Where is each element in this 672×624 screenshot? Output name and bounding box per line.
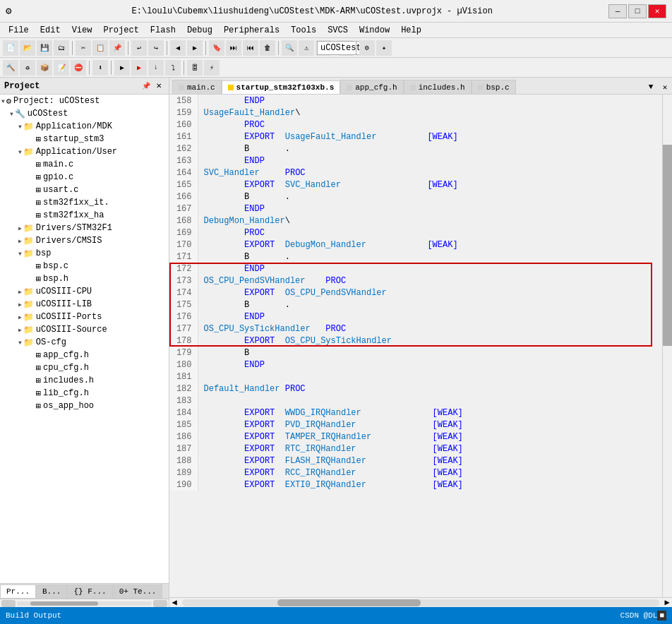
tab-close-all-btn[interactable]: ✕ xyxy=(658,80,672,94)
menu-help[interactable]: Help xyxy=(395,24,427,37)
panel-tab-functions[interactable]: {} F... xyxy=(67,584,112,599)
tree-app-cfg-h[interactable]: ▶ ⊞ app_cfg.h xyxy=(0,349,169,361)
clear-bookmark-btn[interactable]: 🗑 xyxy=(260,40,275,56)
find-btn[interactable]: 🔍 xyxy=(282,40,297,56)
tab-app-cfg[interactable]: app_cfg.h xyxy=(340,80,403,94)
tree-stm32-it[interactable]: ▶ ⊞ stm32f1xx_it. xyxy=(0,196,169,209)
download-btn[interactable]: ⬇ xyxy=(92,60,108,76)
menu-peripherals[interactable]: Peripherals xyxy=(218,24,285,37)
next-bookmark-btn[interactable]: ⏭ xyxy=(226,40,241,56)
nav-fwd-btn[interactable]: ▶ xyxy=(187,40,203,56)
tree-cpu-cfg-h[interactable]: ▶ ⊞ cpu_cfg.h xyxy=(0,361,169,374)
tree-main-c[interactable]: ▶ ⊞ main.c xyxy=(0,158,169,171)
build-btn[interactable]: 🔨 xyxy=(3,60,18,76)
tree-lib-cfg-h[interactable]: ▶ ⊞ lib_cfg.h xyxy=(0,387,169,400)
nav-back-btn[interactable]: ◀ xyxy=(170,40,186,56)
tab-bar-controls[interactable]: ▼ ✕ xyxy=(644,80,672,94)
code-vscroll[interactable] xyxy=(662,95,672,597)
tree-bsp-h[interactable]: ▶ ⊞ bsp.h xyxy=(0,272,169,285)
menu-view[interactable]: View xyxy=(66,24,98,37)
tree-bsp[interactable]: ▼ 📁 bsp xyxy=(0,247,169,260)
menu-tools[interactable]: Tools xyxy=(285,24,322,37)
panel-tab-books[interactable]: B... xyxy=(36,584,67,599)
code-scroll-area[interactable]: 158 ENDP159UsageFault_Handler\160 PROC16… xyxy=(169,95,662,597)
close-button[interactable]: ✕ xyxy=(648,4,666,18)
cut-btn[interactable]: ✂ xyxy=(76,40,91,56)
panel-tab-templates[interactable]: 0+ Te... xyxy=(113,584,163,599)
tab-bsp-c[interactable]: bsp.c xyxy=(472,80,516,94)
menu-edit[interactable]: Edit xyxy=(35,24,66,37)
more-btn[interactable]: ✦ xyxy=(376,40,392,56)
tree-ucosiii-lib[interactable]: ▶ 📁 uCOSIII-LIB xyxy=(0,298,169,311)
settings-btn[interactable]: ⚙ xyxy=(359,40,375,56)
paste-btn[interactable]: 📌 xyxy=(109,40,125,56)
translate-btn[interactable]: 📝 xyxy=(54,60,69,76)
tab-startup[interactable]: startup_stm32f103xb.s xyxy=(222,80,341,95)
tree-os-app-hoo[interactable]: ▶ ⊞ os_app_hoo xyxy=(0,400,169,412)
hscroll-left-btn[interactable]: ◀ xyxy=(169,597,179,607)
menu-debug[interactable]: Debug xyxy=(181,24,218,37)
panel-pin-btn[interactable]: 📌 xyxy=(140,80,152,92)
menu-file[interactable]: File xyxy=(3,24,35,37)
prev-bookmark-btn[interactable]: ⏮ xyxy=(243,40,258,56)
menu-flash[interactable]: Flash xyxy=(145,24,181,37)
minimize-button[interactable]: — xyxy=(608,4,627,18)
target-selector[interactable]: uCOStest ▼ xyxy=(337,40,353,56)
redo-btn[interactable]: ↪ xyxy=(148,40,164,56)
panel-header-buttons[interactable]: 📌 ✕ xyxy=(140,80,164,92)
maximize-button[interactable]: □ xyxy=(628,4,647,18)
run-btn[interactable]: ▶ xyxy=(131,60,147,76)
tree-ucosiii-cpu[interactable]: ▶ 📁 uCOSIII-CPU xyxy=(0,285,169,298)
table-row: 159UsageFault_Handler\ xyxy=(169,107,662,119)
tree-drivers-cmsis[interactable]: ▶ 📁 Drivers/CMSIS xyxy=(0,234,169,247)
stop-btn[interactable]: ⛔ xyxy=(71,60,86,76)
save-btn[interactable]: 💾 xyxy=(37,40,52,56)
tree-app-user[interactable]: ▼ 📁 Application/User xyxy=(0,145,169,158)
bookmark-btn[interactable]: 🔖 xyxy=(209,40,224,56)
menu-window[interactable]: Window xyxy=(354,24,395,37)
window-controls[interactable]: — □ ✕ xyxy=(608,4,666,18)
logic-btn[interactable]: ⚡ xyxy=(204,60,220,76)
tree-bsp-c[interactable]: ▶ ⊞ bsp.c xyxy=(0,260,169,272)
tab-overflow-btn[interactable]: ▼ xyxy=(644,80,658,94)
tab-includes[interactable]: includes.h xyxy=(404,80,472,94)
tree-app-mdk[interactable]: ▼ 📁 Application/MDK xyxy=(0,120,169,133)
panel-tab-project[interactable]: Pr... xyxy=(0,584,36,599)
debug-start-btn[interactable]: ▶ xyxy=(114,60,130,76)
step-btn[interactable]: ↓ xyxy=(148,60,164,76)
undo-btn[interactable]: ↩ xyxy=(131,40,147,56)
panel-scroll-right[interactable] xyxy=(153,600,167,607)
hscroll-thumb[interactable] xyxy=(277,599,421,606)
code-vscroll-thumb[interactable] xyxy=(663,145,672,346)
tree-includes-h[interactable]: ▶ ⊞ includes.h xyxy=(0,374,169,387)
tree-ucosiii-ports[interactable]: ▶ 📁 uCOSIII-Ports xyxy=(0,311,169,323)
panel-scroll-left[interactable] xyxy=(1,600,16,607)
tab-main-c[interactable]: main.c xyxy=(172,80,222,94)
copy-btn[interactable]: 📋 xyxy=(92,40,108,56)
tree-stm32-ha[interactable]: ▶ ⊞ stm32f1xx_ha xyxy=(0,209,169,222)
next-error-btn[interactable]: ⚠ xyxy=(299,40,314,56)
panel-close-btn[interactable]: ✕ xyxy=(153,80,164,92)
tree-ucostest[interactable]: ▼ 🔧 uCOStest xyxy=(0,107,169,120)
rebuild-btn[interactable]: ♻ xyxy=(20,60,35,76)
menu-project[interactable]: Project xyxy=(97,24,144,37)
peripheral-btn[interactable]: 🎛 xyxy=(187,60,203,76)
tree-startup[interactable]: ▶ ⊞ startup_stm3 xyxy=(0,133,169,145)
panel-hscroll[interactable] xyxy=(0,599,169,607)
panel-scroll-thumb[interactable] xyxy=(30,601,98,606)
open-btn[interactable]: 📂 xyxy=(20,40,35,56)
tree-root[interactable]: ▼ ⚙ Project: uCOStest xyxy=(0,95,169,107)
tree-usart-c[interactable]: ▶ ⊞ usart.c xyxy=(0,184,169,196)
step-over-btn[interactable]: ⤵ xyxy=(165,60,181,76)
batch-build-btn[interactable]: 📦 xyxy=(37,60,52,76)
save-all-btn[interactable]: 🗂 xyxy=(54,40,69,56)
tree-ucosiii-source[interactable]: ▶ 📁 uCOSIII-Source xyxy=(0,323,169,336)
code-hscroll[interactable]: ◀ ▶ xyxy=(169,597,672,607)
menu-svcs[interactable]: SVCS xyxy=(322,24,354,37)
tree-drivers-stm32[interactable]: ▶ 📁 Drivers/STM32F1 xyxy=(0,222,169,234)
hscroll-right-btn[interactable]: ▶ xyxy=(662,597,672,607)
tree-os-cfg[interactable]: ▼ 📁 OS-cfg xyxy=(0,336,169,349)
project-tree-scroll[interactable]: ▼ ⚙ Project: uCOStest ▼ 🔧 uCOStest ▼ 📁 A… xyxy=(0,95,169,583)
tree-gpio-c[interactable]: ▶ ⊞ gpio.c xyxy=(0,171,169,184)
new-btn[interactable]: 📄 xyxy=(3,40,18,56)
